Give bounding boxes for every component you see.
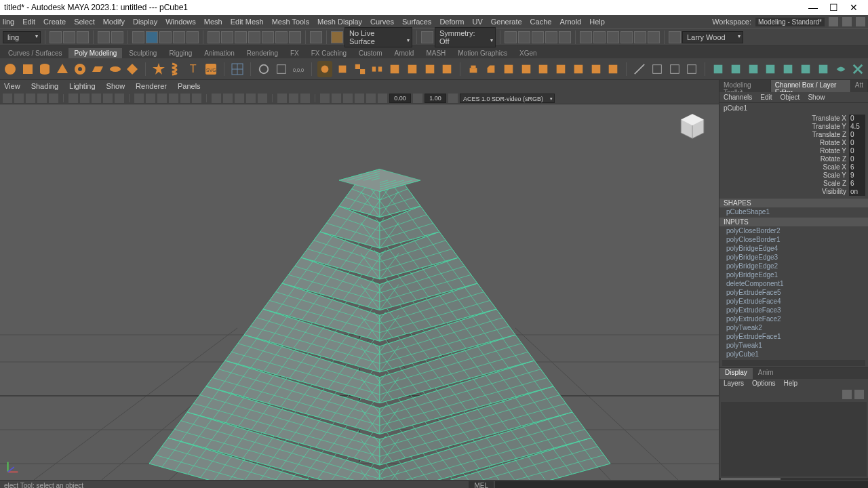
shelf-tab[interactable]: Custom [353,48,387,58]
snap-icon[interactable] [275,31,288,43]
menu-item[interactable]: Mesh Tools [272,18,309,26]
sidebar-toggle-icon[interactable] [856,17,865,26]
command-line-input[interactable] [495,481,868,489]
mel-label[interactable]: MEL [469,481,494,488]
menu-item[interactable]: Curves [370,18,394,26]
poly-tool-icon[interactable] [387,61,402,77]
symmetry-icon[interactable] [421,31,433,43]
sculpt-icon[interactable] [816,61,831,77]
sculpt-icon[interactable] [711,61,726,77]
poly-disc-icon[interactable] [108,61,123,77]
layer-menu-item[interactable]: Help [783,380,797,388]
sculpt-icon[interactable] [781,61,795,77]
attr-row[interactable]: Scale Z6 [719,180,868,188]
gamma-input[interactable]: 1.00 [425,94,446,103]
shelf-tab[interactable]: MASH [420,48,451,58]
make-live-icon[interactable] [331,31,343,43]
poly-tool-icon[interactable] [440,61,455,77]
menu-item[interactable]: Edit Mesh [231,18,264,26]
input-history-item[interactable]: polyBridgeEdge4 [719,244,868,253]
layer-menu-item[interactable]: Layers [724,380,744,388]
menu-item[interactable]: Display [133,18,157,26]
side-tab[interactable]: Att [851,80,868,92]
menu-item[interactable]: Select [74,18,95,26]
layer-tab[interactable]: Display [719,368,753,379]
menu-item[interactable]: ling [3,18,14,26]
vp-tool-icon[interactable] [115,94,124,103]
menu-item[interactable]: Edit [22,18,35,26]
shelf-tab[interactable]: Motion Graphics [452,48,513,58]
menu-item[interactable]: Create [43,18,66,26]
shelf-tab[interactable]: FX [285,48,304,58]
attr-value[interactable]: 0 [849,115,865,123]
bevel-icon[interactable] [484,61,498,77]
live-surface-dropdown[interactable]: No Live Surface [344,27,412,47]
input-history-item[interactable]: polyExtrudeFace2 [719,314,868,323]
sidebar-toggle-icon[interactable] [842,17,852,26]
input-history-item[interactable]: deleteComponent1 [719,279,868,288]
new-scene-icon[interactable] [50,31,62,43]
poly-cube-icon[interactable] [20,61,35,77]
vp-tool-icon[interactable] [103,94,113,103]
vp-tool-icon[interactable] [246,94,256,103]
vp-menu-item[interactable]: Lighting [69,82,96,90]
attr-value[interactable]: 0 [849,147,865,155]
input-history-item[interactable]: polyExtrudeFace1 [719,332,868,341]
vp-menu-item[interactable]: Panels [178,82,201,90]
poly-tool-icon[interactable] [571,61,586,77]
poly-type-icon[interactable]: T [186,61,201,77]
vp-tool-icon[interactable] [192,94,201,103]
shelf-tab[interactable]: Arnold [389,48,419,58]
vp-tool-icon[interactable] [26,94,35,103]
attr-row[interactable]: Translate Y4.5 [719,123,868,131]
menu-item[interactable]: Mesh [204,18,222,26]
input-history-item[interactable]: polyExtrudeFace4 [719,297,868,306]
snap-icon[interactable] [262,31,274,43]
shelf-tab[interactable]: XGen [514,48,542,58]
chan-menu-item[interactable]: Object [781,94,800,101]
shelf-tab[interactable]: Rigging [163,48,197,58]
save-scene-icon[interactable] [77,31,89,43]
poly-tool-icon[interactable]: 0,0,0 [291,61,306,77]
attr-row[interactable]: Visibilityon [719,188,868,196]
vp-tool-icon[interactable] [355,94,364,103]
snap-icon[interactable] [248,31,260,43]
svg-icon[interactable]: SVG [204,61,219,77]
poly-cylinder-icon[interactable] [38,61,53,77]
attr-value[interactable]: 4.5 [849,123,865,131]
vp-tool-icon[interactable] [258,94,267,103]
attr-value[interactable]: 9 [849,171,865,180]
input-history-item[interactable]: polyCloseBorder1 [719,235,868,244]
menu-item[interactable]: Modify [103,18,125,26]
vp-tool-icon[interactable] [289,94,298,103]
layer-tab[interactable]: Anim [753,368,779,379]
render-icon[interactable] [518,31,530,43]
render-icon[interactable] [559,31,571,43]
close-button[interactable]: ✕ [844,2,864,13]
viewport-3d[interactable] [0,104,719,480]
vp-tool-icon[interactable] [332,94,341,103]
menu-item[interactable]: Arnold [559,18,581,26]
vp-tool-icon[interactable] [343,94,353,103]
vp-tool-icon[interactable] [277,94,287,103]
attr-value[interactable]: 6 [849,163,865,171]
target-weld-icon[interactable] [650,61,665,77]
workspace-dropdown[interactable]: Modeling - Standard* [755,18,825,26]
snap-icon[interactable] [221,31,233,43]
poly-tool-icon[interactable] [606,61,621,77]
input-history-item[interactable]: polyTweak2 [719,323,868,332]
input-history-item[interactable]: polyBridgeEdge1 [719,270,868,279]
input-history-item[interactable]: polyCube1 [719,350,868,359]
shelf-tab[interactable]: Animation [199,48,239,58]
grid-icon[interactable] [230,61,245,77]
open-scene-icon[interactable] [63,31,75,43]
layer-add-icon[interactable] [842,390,852,399]
poly-tool-icon[interactable] [317,61,332,77]
vp-menu-item[interactable]: Shading [31,82,58,90]
input-history-item[interactable]: polyBridgeEdge3 [719,253,868,262]
menu-item[interactable]: Cache [530,18,552,26]
vp-tool-icon[interactable] [366,94,376,103]
snap-icon[interactable] [208,31,220,43]
vp-tool-icon[interactable] [157,94,167,103]
attr-row[interactable]: Scale Y9 [719,171,868,180]
